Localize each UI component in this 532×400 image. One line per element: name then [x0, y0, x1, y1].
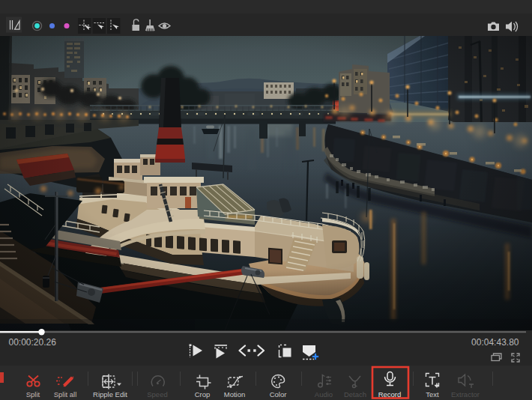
svg-text:Speed: Speed [147, 390, 167, 399]
svg-text:Split all: Split all [54, 390, 77, 399]
svg-text:Audio: Audio [315, 390, 333, 399]
svg-text:Crop: Crop [195, 390, 211, 399]
svg-text:00:00:20.26: 00:00:20.26 [9, 337, 57, 348]
svg-text:Extractor: Extractor [451, 390, 480, 399]
svg-text:Motion: Motion [224, 390, 246, 399]
svg-text:Detach: Detach [344, 390, 366, 399]
svg-text:00:04:43.80: 00:04:43.80 [471, 337, 519, 348]
svg-text:Ripple Edit: Ripple Edit [93, 390, 127, 399]
svg-text:Text: Text [426, 390, 439, 399]
svg-text:Split: Split [26, 390, 40, 399]
svg-text:Record: Record [378, 390, 402, 399]
svg-text:Color: Color [270, 390, 287, 399]
